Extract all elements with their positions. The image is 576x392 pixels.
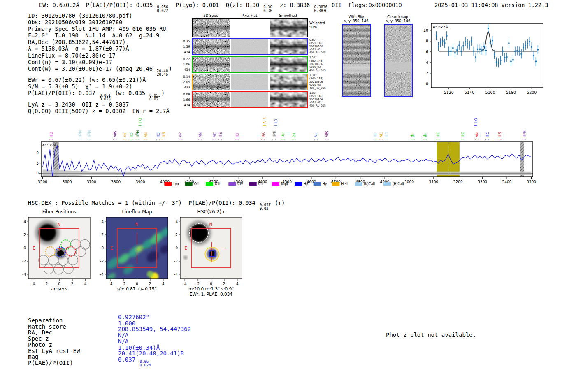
spec2d-row-left-labels: 0.091.66434 bbox=[180, 92, 190, 108]
svg-text:HeII: HeII bbox=[341, 182, 348, 186]
emission-line-label: NV { bbox=[144, 132, 147, 140]
svg-text:5140: 5140 bbox=[465, 90, 474, 95]
match-row-label: Spec z bbox=[28, 336, 80, 342]
spec2d-row-left-labels: 0.142.09433 bbox=[180, 74, 190, 90]
svg-text:3900: 3900 bbox=[136, 180, 145, 184]
svg-text:3600: 3600 bbox=[63, 180, 72, 184]
svg-text:-2: -2 bbox=[44, 282, 48, 286]
svg-text:5300: 5300 bbox=[478, 180, 487, 184]
info-line: Obs: 20210506v019_3012610780 bbox=[28, 19, 172, 26]
emission-line-label: NV { bbox=[475, 132, 478, 140]
svg-text:Lyα: Lyα bbox=[173, 182, 179, 186]
stacked-uncertainty: 0.0610.023 bbox=[100, 94, 111, 101]
svg-text:4: 4 bbox=[236, 282, 239, 286]
match-row-label: Separation bbox=[28, 318, 80, 324]
spec2d-segment-blank bbox=[231, 19, 268, 37]
with-sky-title-text: With Sky bbox=[340, 15, 373, 19]
svg-text:-4: -4 bbox=[100, 272, 104, 276]
svg-text:-2: -2 bbox=[100, 259, 104, 263]
svg-text:3800: 3800 bbox=[111, 180, 121, 184]
legend-item: Hβ bbox=[295, 182, 308, 186]
spec2d-row bbox=[192, 91, 308, 108]
svg-text:0: 0 bbox=[58, 282, 60, 286]
compass-north: N bbox=[135, 222, 138, 227]
emission-line-label: SiIV { bbox=[262, 117, 266, 127]
svg-text:-4: -4 bbox=[22, 272, 26, 276]
legend-item: (H)CaII bbox=[383, 182, 404, 186]
svg-text:4: 4 bbox=[175, 220, 178, 224]
svg-text:(K)CaII: (K)CaII bbox=[364, 182, 375, 186]
info-line: RA,Dec (208.853622,54.447617) bbox=[28, 39, 172, 45]
stacked-uncertainty: 20.4620.46 bbox=[157, 69, 168, 77]
svg-text:5180: 5180 bbox=[506, 90, 516, 95]
svg-text:5: 5 bbox=[36, 161, 39, 165]
with-sky-coords: x, y: 850, 146 bbox=[340, 19, 373, 23]
info-line: λ = 5158.03Å σ = 1.87(±0.77)Å bbox=[28, 45, 172, 52]
emission-line-label: Hγ { bbox=[314, 133, 318, 140]
svg-text:3700: 3700 bbox=[87, 180, 96, 184]
legend-item: MgII bbox=[272, 182, 288, 186]
svg-text:5120: 5120 bbox=[444, 90, 454, 95]
match-row-value: 0.927602" bbox=[118, 314, 191, 320]
zoom-plot-ylabel: e⁻¹⁷x2Å bbox=[433, 25, 448, 29]
svg-text:2: 2 bbox=[223, 282, 225, 286]
match-row-label: Match score bbox=[28, 324, 80, 330]
info-line: F=2.0" T=0.190 N=1.14 A=0.62 g=24.9 bbox=[28, 32, 172, 39]
spec2d-row-left-labels: 0.221.06434 bbox=[180, 57, 190, 72]
compass-east: E bbox=[184, 246, 187, 251]
spec2d-header-pixelflat: Pixel Flat bbox=[233, 14, 266, 18]
match-table-values: 0.927602"1.000208.853549, 54.447362N/AN/… bbox=[118, 314, 191, 367]
svg-text:0: 0 bbox=[36, 171, 39, 175]
emission-line-label: OIII { bbox=[485, 132, 489, 140]
clean-image-title-text: Clean Image bbox=[382, 15, 415, 19]
spec2d-row-left-labels: 0.351.59434 bbox=[180, 39, 190, 55]
svg-text:5000: 5000 bbox=[404, 180, 414, 184]
svg-text:2: 2 bbox=[23, 233, 26, 237]
spec2d-segment-smooth bbox=[270, 19, 307, 37]
emission-line-label: SiII { bbox=[218, 132, 222, 140]
spec2d-segment-noisy bbox=[193, 19, 230, 37]
svg-text:5400: 5400 bbox=[502, 180, 512, 184]
emission-line-label: MgII { bbox=[135, 130, 139, 140]
legend-item: Hγ bbox=[314, 182, 327, 186]
svg-text:-4: -4 bbox=[174, 272, 178, 276]
spec2d-row bbox=[192, 56, 308, 73]
clean-image-title: Clean Image x, y: 850, 146 bbox=[382, 15, 415, 23]
main-spectrum-svg: 3500360037003800390040004100420043004400… bbox=[36, 108, 540, 192]
zoom-spectrum-plot: 512051405160518052000246810e⁻¹⁷x2Å bbox=[418, 20, 549, 102]
match-row-label: Photo z bbox=[28, 342, 80, 348]
svg-text:5500: 5500 bbox=[527, 180, 536, 184]
spec2d-row-right-labels: 1.24"(850, 146)20210506v019_03409_RU_015 bbox=[309, 56, 330, 72]
stacked-uncertainty: 0.0530.02 bbox=[149, 94, 160, 101]
cutout-xlabel2: EWr: 1. PLAE: 0.034 bbox=[190, 292, 232, 297]
photz-note: Phot z plot not available. bbox=[386, 332, 476, 338]
info-line: P(LAE)/P(OII): 0.037 0.0610.023 (w: 0.03… bbox=[28, 90, 172, 101]
info-line: ID: 3012610780 (3012610780.pdf) bbox=[28, 12, 172, 19]
svg-text:0: 0 bbox=[23, 246, 26, 250]
compass-north: N bbox=[209, 222, 212, 227]
svg-text:(H)CaII: (H)CaII bbox=[393, 182, 404, 186]
svg-text:CIII: CIII bbox=[258, 182, 264, 186]
match-row-value: N/A bbox=[118, 339, 191, 345]
spec2d-row bbox=[192, 74, 308, 90]
compass-north: N bbox=[57, 222, 60, 227]
cutout-xlabel: s/b: 0.87 +/- 0.151 bbox=[117, 286, 158, 291]
spec2d-header-smoothed: Smoothed bbox=[272, 14, 304, 18]
svg-text:-2: -2 bbox=[22, 259, 26, 263]
emission-line-label: Lyα { bbox=[179, 132, 182, 140]
stacked-uncertainty: 0.0560.022 bbox=[157, 5, 168, 13]
emission-line-label: OII { bbox=[274, 119, 277, 127]
svg-text:4: 4 bbox=[426, 60, 428, 65]
svg-text:2: 2 bbox=[426, 71, 428, 75]
main-spectrum-plot: 3500360037003800390040004100420043004400… bbox=[36, 108, 540, 192]
fiber-positions-panel: Fiber Positions-4-4-2-2002244arcsecsNE bbox=[22, 208, 100, 298]
cutout-title: Fiber Positions bbox=[42, 209, 77, 215]
svg-text:4: 4 bbox=[162, 282, 165, 286]
svg-text:-2: -2 bbox=[196, 282, 200, 286]
emission-line-label: HeII { bbox=[522, 131, 526, 140]
svg-text:4: 4 bbox=[101, 220, 104, 224]
info-line: LyA z = 3.2430 OII z = 0.3837 bbox=[28, 101, 172, 108]
svg-text:OII: OII bbox=[194, 182, 199, 186]
spec2d-segment-noisy bbox=[193, 74, 230, 90]
emission-line-label: CII { bbox=[235, 133, 239, 140]
